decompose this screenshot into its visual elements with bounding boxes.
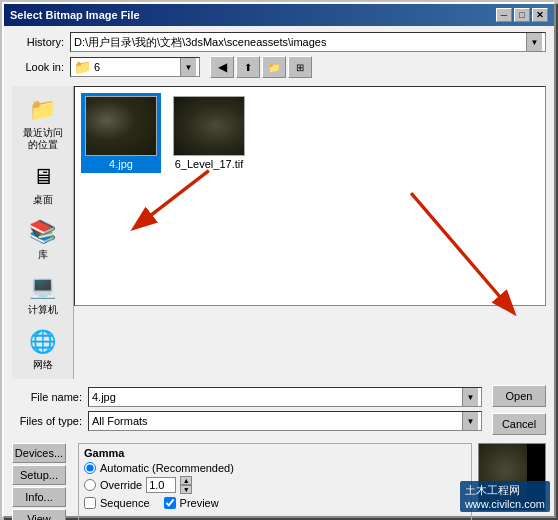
preview-label: Preview bbox=[180, 497, 219, 509]
main-window: Select Bitmap Image File ─ □ ✕ History: … bbox=[2, 2, 556, 518]
automatic-row: Automatic (Recommended) bbox=[84, 462, 466, 474]
sidebar-item-network[interactable]: 🌐 网络 bbox=[15, 322, 71, 375]
filename-label: File name: bbox=[12, 391, 82, 403]
thumbnail-1 bbox=[85, 96, 157, 156]
override-label: Override bbox=[100, 479, 142, 491]
sidebar: 📁 最近访问的位置 🖥 桌面 📚 库 💻 计算机 🌐 网络 bbox=[12, 86, 74, 379]
watermark-line2: www.civilcn.com bbox=[465, 498, 545, 510]
history-combo[interactable]: D:\用户目录\我的\文档\3dsMax\sceneassets\images … bbox=[70, 32, 546, 52]
lookin-value: 6 bbox=[94, 61, 180, 73]
view-button[interactable]: View bbox=[12, 509, 66, 520]
spin-down[interactable]: ▼ bbox=[180, 485, 192, 494]
history-label: History: bbox=[12, 36, 64, 48]
gamma-panel: Gamma Automatic (Recommended) Override 1… bbox=[78, 443, 472, 520]
setup-button[interactable]: Setup... bbox=[12, 465, 66, 485]
close-button[interactable]: ✕ bbox=[532, 8, 548, 22]
override-spin[interactable]: 1.0 bbox=[146, 477, 176, 493]
open-button[interactable]: Open bbox=[492, 385, 546, 407]
filename-1: 4.jpg bbox=[109, 158, 133, 170]
preview-checkbox[interactable] bbox=[164, 497, 176, 509]
sidebar-label-library: 库 bbox=[38, 249, 48, 261]
thumb-texture-2 bbox=[174, 97, 244, 155]
spin-up[interactable]: ▲ bbox=[180, 476, 192, 485]
spin-arrows: ▲ ▼ bbox=[180, 476, 192, 494]
toolbar: ◀ ⬆ 📁 ⊞ bbox=[210, 56, 312, 78]
history-row: History: D:\用户目录\我的\文档\3dsMax\sceneasset… bbox=[12, 32, 546, 52]
back-button[interactable]: ◀ bbox=[210, 56, 234, 78]
filename-area: File name: 4.jpg ▼ Files of type: All Fo… bbox=[12, 387, 546, 435]
filetype-value: All Formats bbox=[92, 415, 462, 427]
file-item-1[interactable]: 4.jpg bbox=[81, 93, 161, 173]
lookin-label: Look in: bbox=[12, 61, 64, 73]
sidebar-label-recent: 最近访问的位置 bbox=[23, 127, 63, 151]
override-row: Override 1.0 ▲ ▼ bbox=[84, 476, 466, 494]
sidebar-item-desktop[interactable]: 🖥 桌面 bbox=[15, 157, 71, 210]
dialog-content: History: D:\用户目录\我的\文档\3dsMax\sceneasset… bbox=[4, 26, 554, 520]
devices-button[interactable]: Devices... bbox=[12, 443, 66, 463]
automatic-label: Automatic (Recommended) bbox=[100, 462, 234, 474]
newfolder-button[interactable]: 📁 bbox=[262, 56, 286, 78]
file-area: 4.jpg 6_Level_17.tif bbox=[74, 86, 546, 306]
file-item-2[interactable]: 6_Level_17.tif bbox=[169, 93, 249, 173]
action-buttons: Open Cancel bbox=[488, 385, 546, 435]
filetype-row: Files of type: All Formats ▼ bbox=[12, 411, 482, 431]
file-area-wrapper: 4.jpg 6_Level_17.tif bbox=[74, 86, 546, 379]
history-value: D:\用户目录\我的\文档\3dsMax\sceneassets\images bbox=[74, 35, 526, 50]
main-area: 📁 最近访问的位置 🖥 桌面 📚 库 💻 计算机 🌐 网络 bbox=[12, 86, 546, 379]
views-button[interactable]: ⊞ bbox=[288, 56, 312, 78]
info-button[interactable]: Info... bbox=[12, 487, 66, 507]
library-icon: 📚 bbox=[27, 216, 59, 248]
up-button[interactable]: ⬆ bbox=[236, 56, 260, 78]
network-icon: 🌐 bbox=[27, 326, 59, 358]
override-value: 1.0 bbox=[149, 479, 164, 491]
window-controls: ─ □ ✕ bbox=[496, 8, 548, 22]
automatic-radio[interactable] bbox=[84, 462, 96, 474]
override-radio[interactable] bbox=[84, 479, 96, 491]
lookin-row: Look in: 📁 6 ▼ ◀ ⬆ 📁 ⊞ bbox=[12, 56, 546, 78]
filename-row: File name: 4.jpg ▼ bbox=[12, 387, 482, 407]
sidebar-item-computer[interactable]: 💻 计算机 bbox=[15, 267, 71, 320]
sidebar-item-recent[interactable]: 📁 最近访问的位置 bbox=[15, 90, 71, 155]
filename-2: 6_Level_17.tif bbox=[175, 158, 244, 170]
cancel-button[interactable]: Cancel bbox=[492, 413, 546, 435]
filename-value: 4.jpg bbox=[92, 391, 462, 403]
side-buttons: Devices... Setup... Info... View bbox=[12, 443, 72, 520]
watermark: 土木工程网 www.civilcn.com bbox=[460, 481, 550, 512]
sidebar-label-network: 网络 bbox=[33, 359, 53, 371]
filetype-combo[interactable]: All Formats ▼ bbox=[88, 411, 482, 431]
sidebar-label-computer: 计算机 bbox=[28, 304, 58, 316]
filename-input[interactable]: 4.jpg ▼ bbox=[88, 387, 482, 407]
filename-fields: File name: 4.jpg ▼ Files of type: All Fo… bbox=[12, 387, 482, 435]
minimize-button[interactable]: ─ bbox=[496, 8, 512, 22]
recent-icon: 📁 bbox=[27, 94, 59, 126]
sidebar-label-desktop: 桌面 bbox=[33, 194, 53, 206]
sequence-label: Sequence bbox=[100, 497, 150, 509]
sidebar-item-library[interactable]: 📚 库 bbox=[15, 212, 71, 265]
gamma-title: Gamma bbox=[84, 447, 466, 459]
history-dropdown-arrow[interactable]: ▼ bbox=[526, 33, 542, 51]
sequence-checkbox[interactable] bbox=[84, 497, 96, 509]
filename-dropdown-arrow[interactable]: ▼ bbox=[462, 388, 478, 406]
thumbnail-2 bbox=[173, 96, 245, 156]
maximize-button[interactable]: □ bbox=[514, 8, 530, 22]
lookin-combo[interactable]: 📁 6 ▼ bbox=[70, 57, 200, 77]
title-bar: Select Bitmap Image File ─ □ ✕ bbox=[4, 4, 554, 26]
filetype-dropdown-arrow[interactable]: ▼ bbox=[462, 412, 478, 430]
desktop-icon: 🖥 bbox=[27, 161, 59, 193]
watermark-line1: 土木工程网 bbox=[465, 483, 545, 498]
filetype-label: Files of type: bbox=[12, 415, 82, 427]
window-title: Select Bitmap Image File bbox=[10, 9, 140, 21]
sequence-row: Sequence Preview bbox=[84, 497, 466, 509]
lookin-dropdown-arrow[interactable]: ▼ bbox=[180, 58, 196, 76]
computer-icon: 💻 bbox=[27, 271, 59, 303]
thumb-texture-1 bbox=[86, 97, 156, 155]
